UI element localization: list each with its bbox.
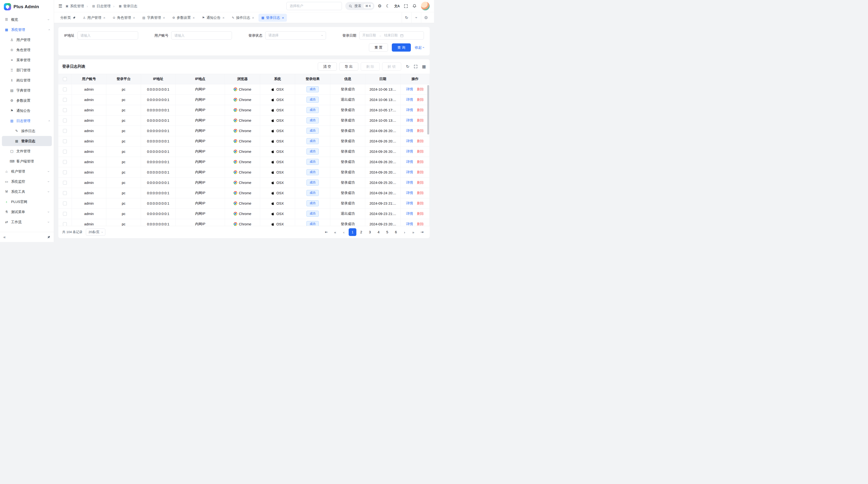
sidebar-item[interactable]: ⌨ 客户端管理 <box>2 156 52 166</box>
tab[interactable]: ⚙ 参数设置 <box>169 14 197 22</box>
toolbar-button[interactable]: 导 出 <box>339 62 358 71</box>
delete-link[interactable]: 删除 <box>417 118 424 122</box>
tab[interactable]: ♙ 用户管理 <box>80 14 108 22</box>
settings-button[interactable]: ⚙ <box>378 4 382 8</box>
sidebar-item[interactable]: ⚗ 测试菜单 <box>2 207 52 217</box>
row-checkbox[interactable] <box>63 119 67 123</box>
detail-link[interactable]: 详情 <box>406 160 413 164</box>
breadcrumb-item[interactable]: ▤ 日志管理 <box>84 4 111 8</box>
delete-link[interactable]: 删除 <box>417 181 424 184</box>
close-icon[interactable] <box>252 16 254 20</box>
row-checkbox[interactable] <box>63 191 67 195</box>
tab[interactable]: ▤ 字典管理 <box>140 14 168 22</box>
tenant-select[interactable]: 选择租户 <box>286 2 342 10</box>
user-avatar[interactable] <box>421 2 430 10</box>
select-all-checkbox[interactable] <box>63 77 67 81</box>
row-checkbox[interactable] <box>63 212 67 216</box>
ip-input[interactable] <box>78 31 138 39</box>
collapse-sidebar-button[interactable]: « <box>3 235 5 239</box>
delete-link[interactable]: 删除 <box>417 139 424 143</box>
account-input[interactable] <box>171 31 232 39</box>
sidebar-item[interactable]: ▢ 文件管理 <box>2 146 52 156</box>
toolbar-button[interactable]: 删 除 <box>361 62 380 71</box>
tab[interactable]: ♔ 角色管理 <box>110 14 138 22</box>
detail-link[interactable]: 详情 <box>406 150 413 153</box>
close-icon[interactable] <box>222 16 224 20</box>
delete-link[interactable]: 删除 <box>417 160 424 164</box>
detail-link[interactable]: 详情 <box>406 129 413 133</box>
detail-link[interactable]: 详情 <box>406 181 413 184</box>
detail-link[interactable]: 详情 <box>406 170 413 174</box>
sidebar-item[interactable]: ≡ 菜单管理 <box>2 55 52 65</box>
scrollbar-thumb[interactable] <box>427 85 429 134</box>
row-checkbox[interactable] <box>63 98 67 102</box>
page-number-button[interactable]: 6 <box>392 228 400 236</box>
delete-link[interactable]: 删除 <box>417 212 424 216</box>
dark-mode-button[interactable]: ☾ <box>386 4 390 8</box>
sidebar-item[interactable]: ♗ 岗位管理 <box>2 75 52 85</box>
toolbar-button[interactable]: 解 锁 <box>382 62 401 71</box>
detail-link[interactable]: 详情 <box>406 87 413 91</box>
close-icon[interactable] <box>193 16 195 20</box>
sidebar-item[interactable]: ♖ 部门管理 <box>2 65 52 75</box>
delete-link[interactable]: 删除 <box>417 170 424 174</box>
delete-link[interactable]: 删除 <box>417 108 424 112</box>
delete-link[interactable]: 删除 <box>417 98 424 101</box>
row-checkbox[interactable] <box>63 88 67 91</box>
prev-page-button[interactable]: ‹ <box>340 228 348 236</box>
tab-options-button[interactable] <box>411 12 421 23</box>
tab[interactable]: ✎ 操作日志 <box>229 14 257 22</box>
refresh-list-button[interactable]: ↻ <box>406 65 409 69</box>
page-number-button[interactable]: 4 <box>375 228 382 236</box>
close-icon[interactable] <box>133 16 135 20</box>
row-checkbox[interactable] <box>63 201 67 205</box>
date-range-picker[interactable]: 开始日期 → 结束日期 <box>359 31 424 39</box>
sidebar-item[interactable]: ▦ 系统管理 <box>2 25 52 35</box>
last-page-button[interactable]: ⇥ <box>418 228 426 236</box>
first-page-button[interactable]: ⇤ <box>322 228 330 236</box>
reset-button[interactable]: 重 置 <box>369 43 388 52</box>
breadcrumb-item[interactable]: ▦ 登录日志 <box>111 4 137 8</box>
page-size-select[interactable]: 20条/页 <box>86 228 105 236</box>
table-scrollbar[interactable] <box>427 85 429 225</box>
content-fullscreen-button[interactable] <box>421 12 431 23</box>
page-number-button[interactable]: 3 <box>366 228 374 236</box>
delete-link[interactable]: 删除 <box>417 201 424 205</box>
sidebar-item[interactable]: ⚙ 参数设置 <box>2 95 52 105</box>
detail-link[interactable]: 详情 <box>406 191 413 195</box>
close-icon[interactable] <box>103 16 105 20</box>
page-number-button[interactable]: 2 <box>357 228 365 236</box>
close-icon[interactable] <box>282 16 284 20</box>
collapse-filter-link[interactable]: 收起 <box>415 45 424 50</box>
sidebar-item[interactable]: ✎ 操作日志 <box>2 126 52 136</box>
notifications-button[interactable] <box>412 4 416 8</box>
next-group-button[interactable]: » <box>409 228 417 236</box>
row-checkbox[interactable] <box>63 150 67 154</box>
row-checkbox[interactable] <box>63 108 67 112</box>
detail-link[interactable]: 详情 <box>406 108 413 112</box>
row-checkbox[interactable] <box>63 222 67 226</box>
delete-link[interactable]: 删除 <box>417 150 424 153</box>
prev-group-button[interactable]: « <box>331 228 339 236</box>
detail-link[interactable]: 详情 <box>406 98 413 101</box>
pin-sidebar-button[interactable] <box>47 235 51 239</box>
sidebar-item[interactable]: ▦ 登录日志 <box>2 136 52 146</box>
row-checkbox[interactable] <box>63 170 67 174</box>
row-checkbox[interactable] <box>63 129 67 133</box>
row-checkbox[interactable] <box>63 160 67 164</box>
sidebar-item[interactable]: ⇄ 工作流 <box>2 217 52 227</box>
toolbar-button[interactable]: 清 空 <box>318 62 337 71</box>
sidebar-item[interactable]: ▭ 系统监控 <box>2 176 52 187</box>
sidebar-item[interactable]: ▥ 日志管理 <box>2 116 52 126</box>
sidebar-item[interactable]: ♙ 用户管理 <box>2 35 52 45</box>
column-settings-button[interactable]: ▦ <box>422 65 426 69</box>
query-button[interactable]: 查 询 <box>392 43 411 52</box>
status-select[interactable]: 请选择 <box>265 31 326 39</box>
sidebar-item[interactable]: ▤ 字典管理 <box>2 85 52 95</box>
delete-link[interactable]: 删除 <box>417 191 424 195</box>
search-button[interactable]: 搜索 ⌘ K <box>345 2 374 10</box>
delete-link[interactable]: 删除 <box>417 87 424 91</box>
sidebar-item[interactable]: ♔ 角色管理 <box>2 45 52 55</box>
delete-link[interactable]: 删除 <box>417 222 424 226</box>
breadcrumb-item[interactable]: ▣ 系统管理 <box>66 4 84 8</box>
